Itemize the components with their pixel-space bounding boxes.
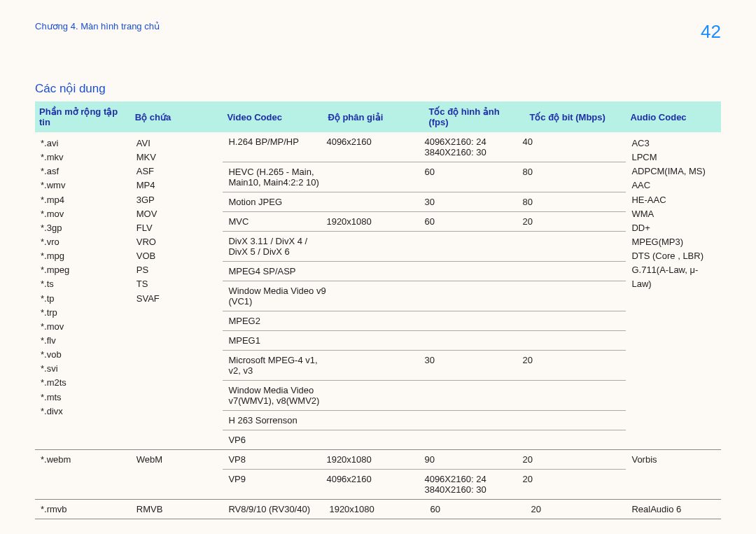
col-extension: Phần mở rộng tập tin [35,101,131,132]
codec-name: MPEG4 SP/ASP [228,266,326,276]
cell-container: WebM [131,450,223,500]
codec-name: VP6 [228,435,326,445]
codec-fps: 90 [424,454,522,465]
cell-audio: Vorbis [626,450,721,500]
codec-name: H.264 BP/MP/HP [228,136,326,157]
cell-video: RV8/9/10 (RV30/40) [223,500,323,519]
table-header-row: Phần mở rộng tập tin Bộ chứa Video Codec… [35,101,721,132]
codec-bit: 20 [522,474,620,495]
cell-container: RMVB [131,500,223,519]
col-bitrate: Tốc độ bit (Mbps) [525,101,626,132]
codec-table: Phần mở rộng tập tin Bộ chứa Video Codec… [35,101,721,519]
document-page: Chương 4. Màn hình trang chủ 42 Các nội … [0,0,756,534]
cell-ext: *.webm [35,450,131,500]
cell-codec-group: VP8 1920x1080 90 20 VP9 4096x2160 4096X2… [223,450,626,500]
codec-res: 4096x2160 [326,136,424,157]
codec-fps: 30 [424,197,522,207]
codec-name: MPEG2 [228,316,326,326]
codec-name: Window Media Video v7(WMV1), v8(WMV2) [228,385,326,406]
table-row: *.rmvb RMVB RV8/9/10 (RV30/40) 1920x1080… [35,500,721,519]
codec-name: Window Media Video v9 (VC1) [228,286,326,307]
codec-bit: 40 [522,136,620,157]
codec-bit: 20 [522,355,620,376]
codec-bit: 20 [522,454,620,465]
codec-res: 1920x1080 [326,216,424,227]
cell-container: AVI MKV ASF MP4 3GP MOV FLV VRO VOB PS T… [131,132,223,450]
cell-ext: *.avi *.mkv *.asf *.wmv *.mp4 *.mov *.3g… [35,132,131,450]
codec-name: DivX 3.11 / DivX 4 / DivX 5 / DivX 6 [228,236,326,257]
codec-name: MVC [228,216,326,227]
codec-name: H 263 Sorrenson [228,415,326,426]
cell-bit: 20 [525,500,626,519]
cell-codec-group: H.264 BP/MP/HP 4096x2160 4096X2160: 24 3… [223,132,626,450]
cell-ext: *.rmvb [35,500,131,519]
col-container: Bộ chứa [131,101,223,132]
codec-name: VP9 [228,474,326,495]
section-title: Các nội dung [35,81,721,96]
table-row: *.webm WebM VP8 1920x1080 90 20 VP9 4096… [35,450,721,500]
cell-fps: 60 [424,500,525,519]
codec-fps: 4096X2160: 24 3840X2160: 30 [424,136,522,157]
codec-name: MPEG1 [228,335,326,346]
page-number: 42 [701,21,721,43]
col-resolution: Độ phân giải [323,101,424,132]
codec-fps: 60 [424,167,522,188]
col-video-codec: Video Codec [223,101,323,132]
codec-res: 1920x1080 [326,454,424,465]
codec-fps: 30 [424,355,522,376]
col-fps: Tốc độ hình ảnh (fps) [424,101,525,132]
codec-bit: 80 [522,167,620,188]
table-row: *.avi *.mkv *.asf *.wmv *.mp4 *.mov *.3g… [35,132,721,450]
cell-res: 1920x1080 [323,500,424,519]
codec-fps: 4096X2160: 24 3840X2160: 30 [424,474,522,495]
codec-fps: 60 [424,216,522,227]
codec-name: Microsoft MPEG-4 v1, v2, v3 [228,355,326,376]
page-header: Chương 4. Màn hình trang chủ 42 [35,21,721,43]
cell-audio: AC3 LPCM ADPCM(IMA, MS) AAC HE-AAC WMA D… [626,132,721,450]
codec-name: HEVC (H.265 - Main, Main10, Main4:2:2 10… [228,167,326,188]
codec-bit: 80 [522,197,620,207]
codec-name: Motion JPEG [228,197,326,207]
codec-name: VP8 [228,454,326,465]
chapter-breadcrumb[interactable]: Chương 4. Màn hình trang chủ [35,21,160,31]
col-audio-codec: Audio Codec [626,101,721,132]
codec-res: 4096x2160 [326,474,424,495]
cell-audio: RealAudio 6 [626,500,721,519]
codec-bit: 20 [522,216,620,227]
